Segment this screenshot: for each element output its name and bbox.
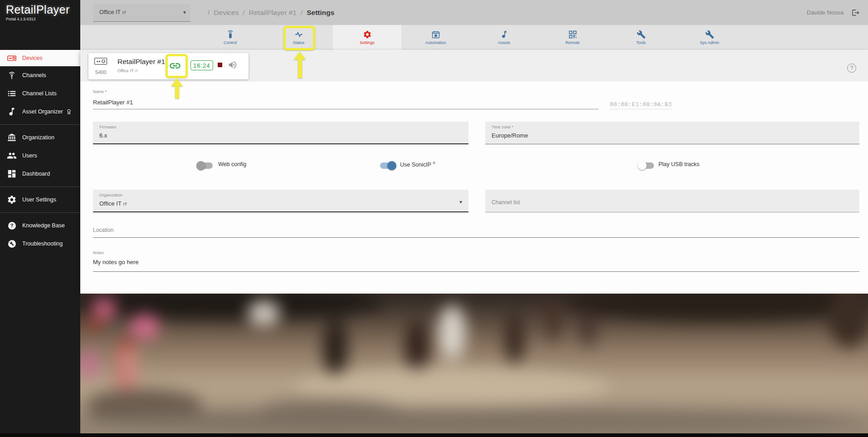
device-name: RetailPlayer #1 <box>117 58 165 66</box>
sidebar-item-channels[interactable]: Channels <box>0 66 80 84</box>
speaker-icon <box>228 60 238 70</box>
breadcrumb-separator: / <box>208 9 210 17</box>
name-input[interactable]: RetailPlayer #1 <box>93 99 133 106</box>
help-circle-icon: ? <box>7 221 17 231</box>
background-photo <box>80 294 868 433</box>
breadcrumb-devices[interactable]: Devices <box>214 9 239 17</box>
sidebar-divider <box>0 124 80 125</box>
tab-remote[interactable]: Remote <box>538 25 607 50</box>
app-version: Portal 4.1.5-0313 <box>6 17 80 21</box>
app-logo: RetailPlayer Portal 4.1.5-0313 <box>0 0 80 26</box>
timezone-field[interactable]: Time zone * Europe/Rome <box>485 122 859 144</box>
notes-input[interactable]: My notes go here <box>93 259 138 265</box>
breadcrumb-separator: / <box>243 9 244 17</box>
sidebar-item-label: Channel Lists <box>22 90 57 97</box>
chevron-down-icon: ▾ <box>183 9 186 15</box>
bottom-bar <box>0 433 868 437</box>
app-window: Office IT IT ▾ / Devices / RetailPlayer … <box>0 0 868 437</box>
player-device-icon <box>94 57 107 66</box>
device-time-badge: 16:24 <box>190 60 213 70</box>
breadcrumb-separator: / <box>301 9 302 17</box>
name-underline <box>93 109 599 109</box>
sidebar-item-troubleshooting[interactable]: Troubleshooting <box>0 235 80 253</box>
organization-selector[interactable]: Office IT IT ▾ <box>93 4 190 22</box>
sidebar-item-devices[interactable]: Devices <box>0 50 80 66</box>
stop-record-icon <box>216 62 224 67</box>
user-name: Davide Nossa <box>807 9 844 16</box>
wrench-icon <box>705 30 714 39</box>
tab-settings[interactable]: Settings <box>333 25 401 50</box>
users-icon <box>7 151 17 161</box>
devices-icon <box>7 53 17 63</box>
sidebar-divider <box>0 212 80 213</box>
sonicip-toggle[interactable] <box>380 162 395 169</box>
breadcrumb-current-page: Settings <box>307 9 334 17</box>
mac-address: 00:08:E1:08:0A:B3 <box>610 101 672 109</box>
tab-control[interactable]: Control <box>196 25 264 50</box>
tab-assets[interactable]: Assets <box>470 25 538 50</box>
help-icon[interactable]: ? <box>847 64 856 73</box>
logout-icon[interactable] <box>851 8 860 17</box>
sidebar-item-label: Devices <box>22 55 42 61</box>
firmware-field[interactable]: Firmware 6.x <box>93 122 468 144</box>
location-underline <box>93 237 859 238</box>
device-organization: Office IT IT <box>117 68 138 73</box>
web-config-label: Web config <box>218 161 246 167</box>
sidebar: RetailPlayer Portal 4.1.5-0313 Devices C… <box>0 0 80 437</box>
sidebar-item-channel-lists[interactable]: Channel Lists <box>0 84 80 103</box>
app-title: RetailPlayer <box>6 3 80 16</box>
sidebar-item-user-settings[interactable]: User Settings <box>0 191 80 209</box>
dashboard-icon <box>7 169 17 179</box>
usb-tracks-toggle[interactable] <box>639 162 654 169</box>
location-input[interactable]: Location <box>93 227 113 233</box>
sidebar-item-label: Troubleshooting <box>22 241 63 247</box>
annotation-arrow-link <box>171 79 183 98</box>
channel-list-field[interactable]: Channel list <box>485 190 859 212</box>
device-model: S400 <box>94 69 107 75</box>
tab-automation[interactable]: Automation <box>401 25 470 50</box>
channel-lists-icon <box>7 88 17 98</box>
timezone-value: Europe/Rome <box>492 132 853 139</box>
top-header: Office IT IT ▾ / Devices / RetailPlayer … <box>80 0 868 25</box>
sidebar-item-asset-organizer[interactable]: Asset Organizer <box>0 103 80 121</box>
music-note-icon <box>7 107 17 117</box>
web-config-toggle[interactable] <box>197 162 213 169</box>
tab-tools[interactable]: Tools <box>607 25 675 50</box>
usb-tracks-label: Play USB tracks <box>658 161 699 167</box>
sidebar-item-label: User Settings <box>22 196 56 203</box>
remote-control-icon <box>226 30 235 39</box>
organization-label: Organization <box>99 193 462 197</box>
music-note-icon <box>500 30 509 39</box>
sidebar-item-organization[interactable]: Organization <box>0 128 80 147</box>
gear-icon <box>363 30 372 39</box>
annotation-arrow-status <box>294 52 306 78</box>
timezone-label: Time zone * <box>492 125 853 129</box>
gear-icon <box>7 195 17 205</box>
settings-panel: S400 RetailPlayer #1 Office IT IT 16:24 … <box>80 50 868 294</box>
organization-value: Office IT IT <box>99 200 462 207</box>
annotation-box-link-icon <box>166 54 188 78</box>
breadcrumb-device-name[interactable]: RetailPlayer #1 <box>249 9 297 17</box>
notes-underline <box>93 271 859 272</box>
award-icon <box>66 108 72 115</box>
annotation-box-status-tab <box>283 26 315 50</box>
calendar-gear-icon <box>431 30 440 39</box>
sidebar-item-users[interactable]: Users <box>0 147 80 165</box>
sidebar-item-dashboard[interactable]: Dashboard <box>0 165 80 183</box>
sidebar-item-label: Knowledge Base <box>22 222 65 229</box>
wrench-circle-icon <box>7 239 17 249</box>
sidebar-item-label: Dashboard <box>22 171 50 177</box>
bank-icon <box>7 133 17 142</box>
sidebar-item-label: Asset Organizer <box>22 108 72 115</box>
notes-label: Notes <box>93 250 104 255</box>
organization-dropdown[interactable]: Organization Office IT IT ▾ <box>93 190 468 212</box>
wrench-icon <box>637 30 646 39</box>
firmware-value: 6.x <box>99 132 462 139</box>
sidebar-item-knowledge-base[interactable]: ? Knowledge Base <box>0 216 80 235</box>
tab-sys-admin[interactable]: Sys Admin <box>675 25 744 50</box>
channels-icon <box>7 70 17 80</box>
channel-list-label: Channel list <box>492 193 853 212</box>
organization-selector-value: Office IT IT <box>99 9 127 15</box>
device-tab-bar: Control Status Settings Automation Asset… <box>80 25 868 50</box>
sidebar-divider <box>0 187 80 187</box>
